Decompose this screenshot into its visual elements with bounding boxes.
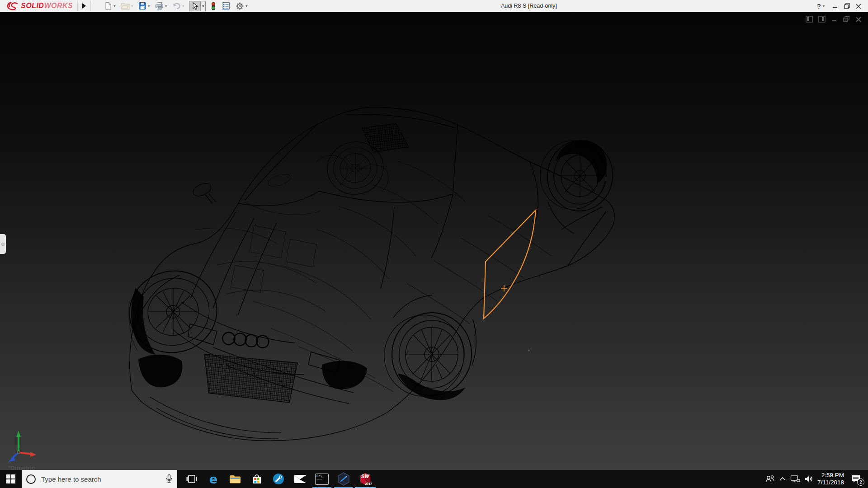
featuremanager-flyout-tab[interactable]: [0, 234, 6, 254]
close-icon: [856, 4, 861, 9]
solidworks-taskbar-button[interactable]: SW 2017: [354, 470, 376, 488]
restore-document-button[interactable]: [843, 16, 850, 23]
sw-year: 2017: [365, 482, 372, 485]
wrench-circle-icon: [272, 473, 285, 485]
taskbar-app-icons: e: [181, 470, 376, 488]
front-grille-mesh: [204, 354, 297, 403]
minimize-icon: [832, 4, 838, 9]
new-document-button[interactable]: ▾: [103, 1, 117, 11]
hidden-icons-button[interactable]: [779, 477, 786, 481]
network-button[interactable]: [790, 475, 800, 483]
display-pane-toggle-button[interactable]: [818, 16, 826, 23]
options-dropdown-caret[interactable]: ▾: [245, 4, 247, 8]
document-title: Audi R8 S [Read-only]: [501, 0, 557, 12]
action-center-button[interactable]: 2: [848, 470, 863, 488]
selected-sketch-highlight[interactable]: [484, 210, 536, 319]
triad-y-axis: [16, 431, 21, 437]
undo-arrow-icon: [172, 2, 181, 10]
triad-x-axis: [30, 452, 36, 457]
windows-logo-icon: [6, 474, 15, 483]
minimize-button[interactable]: [829, 0, 841, 12]
sw-letters: SW: [361, 474, 369, 479]
brand-works: WORKS: [44, 2, 73, 10]
help-dropdown-caret[interactable]: ▾: [823, 4, 825, 8]
people-button[interactable]: [765, 475, 775, 483]
undo-dropdown-caret[interactable]: ▾: [182, 4, 184, 8]
front-left-wheel: [121, 262, 226, 362]
settings-wrench-button[interactable]: [268, 470, 289, 488]
mail-button[interactable]: [289, 470, 311, 488]
flyout-expand-icon: [1, 243, 5, 246]
task-view-icon: [186, 474, 197, 484]
people-icon: [765, 475, 775, 483]
help-button[interactable]: ?: [812, 2, 822, 10]
options-button[interactable]: ▾: [234, 1, 249, 11]
engine-cover-mesh: [362, 123, 409, 152]
file-properties-button[interactable]: [220, 1, 231, 11]
print-dropdown-caret[interactable]: ▾: [165, 4, 167, 8]
save-dropdown-caret[interactable]: ▾: [148, 4, 150, 8]
file-properties-icon: [222, 2, 230, 10]
new-dropdown-caret[interactable]: ▾: [113, 4, 115, 8]
windows-taskbar: e: [0, 470, 868, 488]
open-folder-icon: [121, 2, 130, 10]
search-input[interactable]: [41, 475, 165, 483]
microphone-icon[interactable]: [165, 474, 173, 484]
side-mirror: [191, 181, 216, 204]
audi-rings: [223, 333, 269, 348]
stray-point: [528, 350, 530, 351]
open-dropdown-caret[interactable]: ▾: [131, 4, 133, 8]
print-button[interactable]: ▾: [154, 1, 168, 11]
minimize-document-button[interactable]: [831, 16, 837, 23]
hexagon-app-icon: [337, 472, 350, 486]
document-window-controls: [806, 16, 862, 23]
command-prompt-button[interactable]: C:\_: [311, 470, 333, 488]
restore-document-icon: [843, 16, 850, 23]
undo-button[interactable]: ▾: [171, 1, 185, 11]
save-button[interactable]: ▾: [137, 1, 151, 11]
store-icon: [251, 473, 263, 485]
edge-button[interactable]: e: [203, 470, 224, 488]
save-floppy-icon: [138, 2, 146, 10]
minimize-document-icon: [831, 16, 837, 23]
notification-badge: 2: [857, 479, 864, 486]
chevron-up-icon: [779, 477, 786, 481]
store-button[interactable]: [246, 470, 268, 488]
graphics-viewport[interactable]: *Dimetric: [0, 12, 868, 470]
select-tool-group: ▾: [189, 1, 206, 11]
cortana-icon[interactable]: [26, 474, 36, 484]
taskbar-search[interactable]: [22, 470, 177, 488]
quick-access-toolbar: ▾ ▾ ▾: [103, 0, 251, 12]
feature-pane-toggle-button[interactable]: [806, 16, 813, 23]
mail-icon: [294, 474, 307, 484]
close-button[interactable]: [853, 0, 864, 12]
volume-button[interactable]: [804, 475, 813, 483]
clock-date: 7/11/2018: [817, 479, 844, 486]
print-icon: [155, 2, 164, 10]
select-tool-button[interactable]: [189, 1, 200, 11]
file-explorer-button[interactable]: [224, 470, 246, 488]
open-button[interactable]: ▾: [119, 1, 134, 11]
close-document-button[interactable]: [855, 16, 862, 23]
left-intake: [138, 355, 182, 387]
task-view-button[interactable]: [181, 470, 203, 488]
hexagon-app-button[interactable]: [333, 470, 354, 488]
car-wireframe-model: [0, 12, 868, 470]
select-dropdown-caret[interactable]: ▾: [200, 1, 205, 11]
menu-expand-button[interactable]: [80, 1, 89, 11]
file-explorer-icon: [229, 474, 241, 484]
restore-icon: [844, 3, 850, 9]
cmd-line: [316, 479, 322, 480]
command-prompt-icon: C:\_: [315, 474, 329, 485]
start-button[interactable]: [0, 470, 22, 488]
rebuild-traffic-light-icon: [211, 2, 216, 10]
feature-pane-icon: [806, 16, 813, 23]
restore-button[interactable]: [841, 0, 853, 12]
view-orientation-label: *Dimetric: [8, 465, 35, 470]
taskbar-clock[interactable]: 2:59 PM 7/11/2018: [817, 472, 844, 486]
solidworks-app-icon: SW 2017: [359, 472, 372, 486]
right-intake: [322, 361, 367, 389]
rebuild-button[interactable]: [209, 1, 217, 11]
cmd-prompt-text: C:\_: [316, 474, 327, 478]
separator: [77, 1, 78, 11]
